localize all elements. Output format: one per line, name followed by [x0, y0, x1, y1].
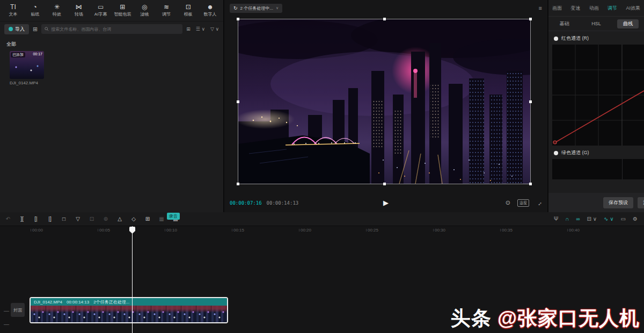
search-input[interactable] — [51, 27, 179, 32]
import-button[interactable]: 导入 — [4, 24, 29, 34]
mask-icon[interactable]: ▽ — [71, 216, 85, 222]
toolbar-item-smart-pack[interactable]: ⊞ 智能包装 — [112, 4, 134, 17]
keying-icon[interactable]: △ — [113, 216, 127, 222]
transform-handle[interactable] — [383, 18, 386, 20]
play-button[interactable]: ▶ — [383, 199, 389, 207]
crop-icon[interactable]: ⊞ — [141, 216, 155, 222]
toolbar-item-icon: ✳ — [54, 4, 60, 11]
added-badge: 已添加 — [11, 52, 25, 57]
grid-view-icon[interactable]: ⊞ — [186, 26, 191, 32]
toolbar-item-label: 数字人 — [204, 11, 217, 17]
video-editor-app: TI 文本 ◔ 贴纸 ✳ 特效 ⋈ 转场 ▭ AI字幕 ⊞ 智能包装 — [0, 0, 644, 333]
fit-ratio-button[interactable]: 适应 — [517, 199, 529, 207]
ruler-tick: 00:30 — [433, 228, 445, 233]
video-frame[interactable] — [238, 19, 530, 184]
cover-panel-icon[interactable]: ▭ — [621, 216, 626, 222]
tasks-processing-label: 2 个任务处理中... — [240, 5, 273, 11]
tab-animation[interactable]: 动画 — [589, 5, 599, 12]
media-toolbar: 导入 ⊞ ⊞ ☰ ∨ ▽ ∨ — [0, 21, 223, 37]
timeline-right-tools: Ψ∩∞⊟ ∨∿ ∨▭⚙ — [554, 216, 643, 222]
transform-handle[interactable] — [529, 18, 532, 20]
fullscreen-icon[interactable]: ↔ — [535, 198, 543, 207]
ruler-tick: 00:15 — [232, 228, 244, 233]
toolbar-item-effects[interactable]: ✳ 特效 — [46, 4, 68, 17]
transform-handle[interactable] — [529, 183, 532, 185]
toolbar-item-transition[interactable]: ⋈ 转场 — [68, 4, 90, 17]
list-view-icon[interactable]: ☰ ∨ — [196, 26, 205, 32]
toolbar-item-label: 调节 — [162, 11, 171, 17]
record-dot-icon — [9, 27, 13, 31]
tab-picture[interactable]: 画面 — [552, 5, 562, 12]
timeline-zoom-out-icon[interactable]: — — [4, 321, 9, 327]
transform-handle[interactable] — [237, 18, 239, 20]
red-channel-row: 红色通道 (R) — [548, 31, 644, 45]
media-item-thumbnail[interactable]: 已添加 00:17 — [10, 51, 44, 79]
tab-speed[interactable]: 变速 — [570, 5, 580, 12]
time-ruler[interactable]: 00:0000:0500:1000:1500:2000:2500:3000:35… — [0, 226, 644, 234]
toolbar-item-icon: ⊡ — [186, 4, 191, 11]
toolbar-item-label: 滤镜 — [140, 11, 149, 17]
toolbar-item-label: 模板 — [184, 11, 193, 17]
transform-icon[interactable]: ⊡ — [85, 216, 99, 222]
save-preset-button[interactable]: 保存预设 — [603, 197, 633, 208]
watermark-brand: 头条 — [451, 307, 497, 329]
transform-handle[interactable] — [383, 183, 386, 185]
playhead-line[interactable] — [132, 226, 133, 333]
video-clip[interactable]: DJI_0142.MP4 00:00:14:13 2个任务正在处理... — [30, 297, 228, 323]
toolbar-item-ai-captions[interactable]: ▭ AI字幕 — [90, 4, 112, 17]
preview-panel: ↻ 2 个任务处理中... ∨ ≡ — [224, 0, 547, 212]
subtab-basic[interactable]: 基础 — [554, 19, 575, 28]
red-channel-curve[interactable] — [552, 45, 644, 146]
watermark: 头条 @张家口无人机 — [451, 305, 640, 332]
transform-handle[interactable] — [529, 100, 532, 103]
spinner-icon: ↻ — [233, 5, 238, 11]
radio-dot-icon[interactable] — [554, 151, 558, 155]
preview-axis-icon[interactable]: ⊟ ∨ — [587, 216, 597, 222]
chroma-icon[interactable]: ⊛ — [99, 216, 113, 222]
toolbar-item-label: 智能包装 — [114, 11, 131, 17]
ruler-tick: 00:40 — [567, 228, 580, 233]
settings-icon[interactable]: ⚙ — [633, 216, 638, 222]
total-time: 00:00:14:13 — [267, 200, 299, 206]
main-toolbar: TI 文本 ◔ 贴纸 ✳ 特效 ⋈ 转场 ▭ AI字幕 ⊞ 智能包装 — [0, 0, 223, 21]
video-stage — [224, 16, 547, 193]
clip-duration: 00:00:14:13 — [67, 300, 89, 305]
trim-right-icon[interactable]: |] — [43, 216, 57, 222]
toolbar-item-digital-human[interactable]: ☻ 数字人 — [199, 4, 221, 17]
cover-button[interactable]: 封面 — [11, 303, 25, 317]
transform-handle[interactable] — [237, 183, 239, 185]
split-icon[interactable]: ][ — [15, 216, 29, 222]
preview-quality-icon[interactable]: ⊙ — [506, 199, 510, 206]
record-mic-icon[interactable]: Ψ — [554, 216, 558, 222]
subtab-curves[interactable]: 曲线 — [617, 19, 639, 28]
tasks-processing-pill[interactable]: ↻ 2 个任务处理中... ∨ — [230, 4, 282, 13]
transform-handle[interactable] — [237, 100, 239, 103]
undo-icon[interactable]: ↶ — [1, 216, 15, 222]
snap-icon[interactable]: ∩ — [565, 216, 569, 222]
track-shrink-icon[interactable]: — — [4, 308, 9, 314]
preview-menu-icon[interactable]: ≡ — [539, 5, 542, 11]
subtab-hsl[interactable]: HSL — [586, 20, 607, 27]
radio-dot-icon[interactable] — [554, 37, 558, 41]
green-channel-curve[interactable] — [552, 159, 644, 179]
waveform-icon[interactable]: ∿ ∨ — [604, 216, 613, 222]
tab-adjust[interactable]: 调节 — [608, 5, 617, 12]
ruler-tick: 00:35 — [500, 228, 513, 233]
category-tab-all[interactable]: 全部 — [0, 37, 223, 51]
tab-ai-effects[interactable]: AI效果 — [626, 5, 640, 12]
toolbar-item-label: 贴纸 — [31, 11, 39, 17]
toolbar-item-filters[interactable]: ◎ 滤镜 — [134, 4, 156, 17]
link-icon[interactable]: ∞ — [576, 216, 580, 222]
keyframe-icon[interactable]: ◇ — [127, 216, 141, 222]
toolbar-item-adjust[interactable]: ≋ 调节 — [156, 4, 178, 17]
toolbar-item-label: AI字幕 — [94, 11, 107, 17]
toolbar-item-templates[interactable]: ⊡ 模板 — [177, 4, 199, 17]
preview-header: ↻ 2 个任务处理中... ∨ ≡ — [224, 0, 547, 16]
toolbar-item-sticker[interactable]: ◔ 贴纸 — [24, 4, 46, 17]
filter-icon[interactable]: ▽ ∨ — [210, 26, 219, 32]
local-grid-icon[interactable]: ⊞ — [33, 26, 38, 33]
trim-left-icon[interactable]: [| — [29, 216, 43, 222]
add-button[interactable]: 添加 — [638, 197, 644, 208]
delete-icon[interactable]: □ — [57, 216, 71, 222]
toolbar-item-text[interactable]: TI 文本 — [2, 4, 24, 17]
